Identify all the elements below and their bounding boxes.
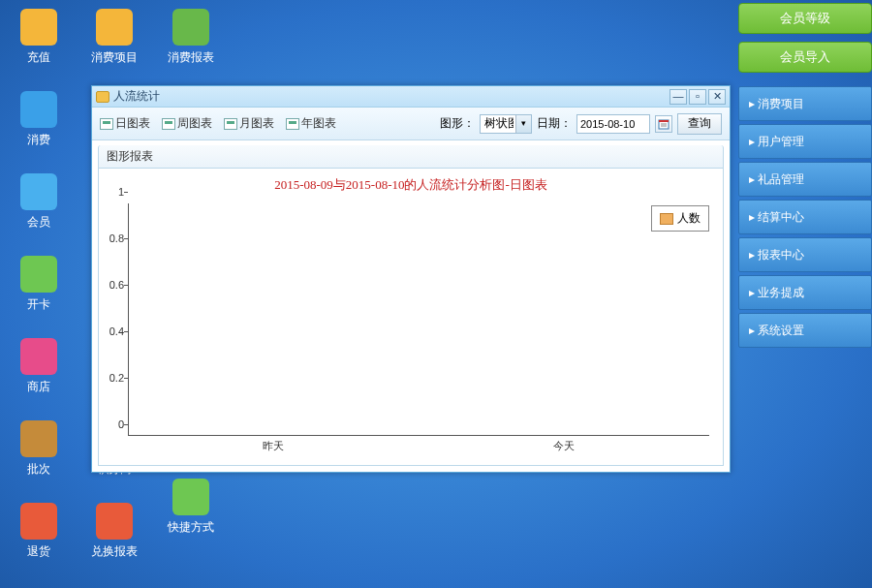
desktop-icon[interactable]: 退货 bbox=[5, 499, 73, 564]
query-button[interactable]: 查询 bbox=[677, 113, 722, 135]
nav-menu-item[interactable]: ▸ 礼品管理 bbox=[738, 162, 872, 197]
nav-menu-item[interactable]: ▸ 系统设置 bbox=[738, 313, 872, 348]
action-button[interactable]: 会员导入 bbox=[738, 42, 872, 73]
tab-month-label: 月图表 bbox=[239, 115, 274, 132]
nav-menu-item[interactable]: ▸ 消费项目 bbox=[738, 86, 872, 121]
app-icon bbox=[20, 256, 57, 293]
app-icon bbox=[172, 479, 209, 515]
tab-week-label: 周图表 bbox=[177, 115, 212, 132]
date-label: 日期： bbox=[537, 115, 572, 132]
close-button[interactable]: ✕ bbox=[708, 89, 726, 105]
nav-menu-item[interactable]: ▸ 报表中心 bbox=[738, 237, 872, 272]
y-tick: 1 bbox=[103, 186, 124, 198]
app-icon bbox=[20, 503, 57, 540]
chart-title: 2015-08-09与2015-08-10的人流统计分析图-日图表 bbox=[107, 176, 715, 194]
app-icon bbox=[20, 420, 57, 457]
tab-year[interactable]: 年图表 bbox=[286, 115, 336, 132]
nav-menu-item[interactable]: ▸ 结算中心 bbox=[738, 200, 872, 234]
section-header: 图形报表 bbox=[98, 145, 724, 169]
shape-select[interactable] bbox=[480, 114, 532, 134]
desktop-icon-label: 批次 bbox=[5, 461, 73, 478]
app-icon bbox=[20, 338, 57, 375]
date-input[interactable] bbox=[576, 114, 650, 134]
y-tick: 0.8 bbox=[103, 232, 124, 244]
app-icon bbox=[172, 9, 209, 46]
x-tick: 今天 bbox=[553, 439, 575, 453]
desktop-icon[interactable]: 批次 bbox=[5, 417, 73, 481]
desktop-icon[interactable]: 兑换报表 bbox=[80, 499, 148, 564]
nav-menu-item[interactable]: ▸ 用户管理 bbox=[738, 124, 872, 159]
calendar-icon[interactable] bbox=[655, 115, 672, 133]
desktop-icon-label: 快捷方式 bbox=[157, 519, 225, 536]
desktop-icon-label: 商店 bbox=[5, 379, 73, 395]
desktop-icon-label: 消费报表 bbox=[157, 49, 225, 66]
app-icon bbox=[20, 173, 57, 210]
x-tick: 昨天 bbox=[263, 439, 284, 453]
maximize-button[interactable]: ▫ bbox=[689, 89, 706, 105]
desktop-icon[interactable]: 商店 bbox=[5, 334, 73, 399]
desktop-icon[interactable]: 消费项目 bbox=[80, 5, 148, 70]
chart-icon bbox=[162, 118, 175, 130]
right-sidebar: 会员等级会员导入▸ 消费项目▸ 用户管理▸ 礼品管理▸ 结算中心▸ 报表中心▸ … bbox=[738, 3, 872, 351]
y-tick: 0.6 bbox=[103, 279, 124, 291]
minimize-button[interactable]: — bbox=[670, 89, 687, 105]
tab-month[interactable]: 月图表 bbox=[224, 115, 274, 132]
app-icon bbox=[96, 9, 133, 46]
chart-icon bbox=[224, 118, 237, 130]
desktop-icon-label: 充值 bbox=[5, 49, 73, 66]
folder-icon bbox=[96, 91, 109, 103]
window-toolbar: 日图表 周图表 月图表 年图表 图形： ▾ 日期： 查询 bbox=[92, 108, 730, 140]
svg-rect-1 bbox=[659, 120, 669, 122]
window-title: 人流统计 bbox=[113, 88, 668, 105]
app-icon bbox=[20, 9, 57, 46]
desktop-icon-label: 会员 bbox=[5, 214, 73, 231]
chart-icon bbox=[286, 118, 299, 130]
chart-area: 2015-08-09与2015-08-10的人流统计分析图-日图表 人数 00.… bbox=[98, 169, 724, 466]
shape-label: 图形： bbox=[440, 115, 475, 132]
stats-window: 人流统计 — ▫ ✕ 日图表 周图表 月图表 年图表 图形： ▾ 日期： 查询 … bbox=[91, 85, 731, 473]
y-tick: 0.4 bbox=[103, 325, 124, 337]
desktop-icon[interactable]: 会员 bbox=[5, 170, 73, 234]
desktop-icon[interactable]: 消费报表 bbox=[157, 5, 225, 70]
app-icon bbox=[96, 503, 133, 540]
desktop-icon-label: 消费 bbox=[5, 132, 73, 148]
desktop-icon-label: 开卡 bbox=[5, 296, 73, 313]
tab-year-label: 年图表 bbox=[301, 115, 336, 132]
desktop-icon[interactable]: 开卡 bbox=[5, 252, 73, 317]
chart-icon bbox=[100, 118, 113, 130]
y-tick: 0 bbox=[103, 418, 124, 430]
desktop-icon-label: 消费项目 bbox=[80, 49, 148, 66]
chart-plot: 00.20.40.60.81昨天今天 bbox=[128, 203, 709, 436]
desktop-icon[interactable]: 快捷方式 bbox=[157, 475, 225, 540]
window-title-bar[interactable]: 人流统计 — ▫ ✕ bbox=[92, 86, 730, 108]
desktop-icon-label: 退货 bbox=[5, 543, 73, 560]
desktop-icon[interactable]: 充值 bbox=[5, 5, 73, 70]
y-tick: 0.2 bbox=[103, 372, 124, 384]
nav-menu-item[interactable]: ▸ 业务提成 bbox=[738, 275, 872, 310]
action-button[interactable]: 会员等级 bbox=[738, 3, 872, 34]
tab-week[interactable]: 周图表 bbox=[162, 115, 212, 132]
app-icon bbox=[20, 91, 57, 128]
desktop-icon-label: 兑换报表 bbox=[80, 543, 148, 560]
desktop-icon[interactable]: 消费 bbox=[5, 87, 73, 152]
tab-day-label: 日图表 bbox=[115, 115, 150, 132]
tab-day[interactable]: 日图表 bbox=[100, 115, 150, 132]
